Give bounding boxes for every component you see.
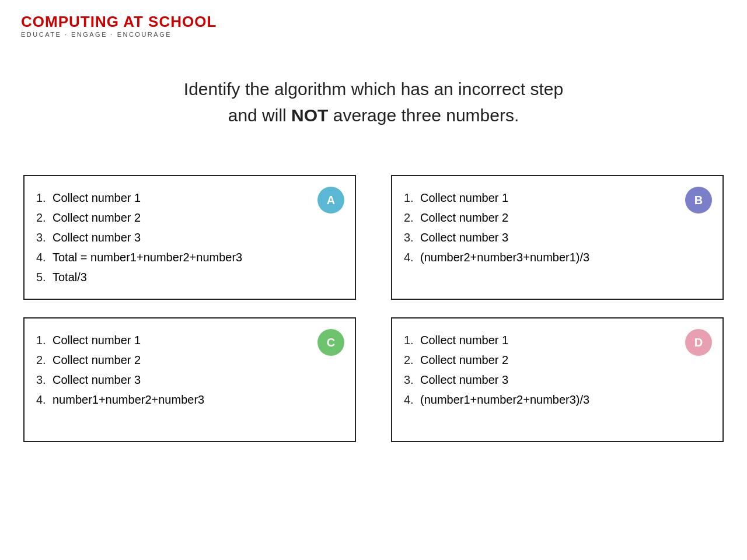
list-item: 3.Collect number 3	[404, 228, 711, 247]
option-box-d[interactable]: 1.Collect number 12.Collect number 23.Co…	[391, 317, 724, 442]
badge-b: B	[685, 187, 712, 214]
options-grid: 1.Collect number 12.Collect number 23.Co…	[23, 175, 724, 442]
option-list-b: 1.Collect number 12.Collect number 23.Co…	[404, 188, 711, 267]
list-item: 4.(number1+number2+number3)/3	[404, 390, 711, 410]
list-item: 3.Collect number 3	[36, 370, 343, 390]
step-text: Total = number1+number2+number3	[53, 247, 242, 267]
option-list-a: 1.Collect number 12.Collect number 23.Co…	[36, 188, 343, 287]
step-number: 2.	[404, 350, 420, 370]
step-number: 2.	[36, 350, 53, 370]
badge-c: C	[317, 329, 344, 356]
logo-at-school-word: AT SCHOOL	[123, 13, 217, 30]
step-text: (number2+number3+number1)/3	[420, 247, 589, 267]
list-item: 3.Collect number 3	[404, 370, 711, 390]
list-item: 2.Collect number 2	[404, 208, 711, 228]
option-list-c: 1.Collect number 12.Collect number 23.Co…	[36, 330, 343, 410]
logo-tagline: EDUCATE · ENGAGE · ENCOURAGE	[21, 31, 217, 38]
logo: COMPUTING AT SCHOOL EDUCATE · ENGAGE · E…	[21, 14, 217, 38]
list-item: 2.Collect number 2	[36, 208, 343, 228]
step-text: Collect number 3	[420, 370, 508, 390]
list-item: 2.Collect number 2	[36, 350, 343, 370]
option-box-b[interactable]: 1.Collect number 12.Collect number 23.Co…	[391, 175, 724, 300]
question-text: Identify the algorithm which has an inco…	[0, 76, 747, 128]
question-line2-bold: NOT	[291, 106, 328, 125]
step-number: 1.	[36, 188, 53, 208]
step-text: Total/3	[53, 267, 87, 287]
logo-computing-word: COMPUTING	[21, 13, 123, 30]
list-item: 1.Collect number 1	[36, 330, 343, 350]
list-item: 4.(number2+number3+number1)/3	[404, 247, 711, 267]
step-text: number1+number2+number3	[53, 390, 204, 410]
list-item: 4.Total = number1+number2+number3	[36, 247, 343, 267]
step-number: 1.	[404, 330, 420, 350]
step-number: 1.	[404, 188, 420, 208]
step-number: 4.	[36, 247, 53, 267]
step-number: 3.	[36, 228, 53, 247]
step-number: 2.	[404, 208, 420, 228]
step-text: Collect number 2	[53, 350, 141, 370]
step-text: (number1+number2+number3)/3	[420, 390, 589, 410]
badge-d: D	[685, 329, 712, 356]
step-number: 3.	[36, 370, 53, 390]
list-item: 1.Collect number 1	[404, 188, 711, 208]
step-number: 2.	[36, 208, 53, 228]
step-text: Collect number 2	[420, 350, 508, 370]
list-item: 4.number1+number2+number3	[36, 390, 343, 410]
list-item: 3.Collect number 3	[36, 228, 343, 247]
list-item: 1.Collect number 1	[36, 188, 343, 208]
step-number: 3.	[404, 370, 420, 390]
option-list-d: 1.Collect number 12.Collect number 23.Co…	[404, 330, 711, 410]
step-text: Collect number 3	[53, 370, 141, 390]
question-area: Identify the algorithm which has an inco…	[0, 76, 747, 128]
step-number: 4.	[36, 390, 53, 410]
question-line1: Identify the algorithm which has an inco…	[184, 79, 563, 99]
step-text: Collect number 1	[420, 188, 508, 208]
option-box-a[interactable]: 1.Collect number 12.Collect number 23.Co…	[23, 175, 356, 300]
step-text: Collect number 1	[53, 188, 141, 208]
step-number: 4.	[404, 390, 420, 410]
step-text: Collect number 2	[53, 208, 141, 228]
option-box-c[interactable]: 1.Collect number 12.Collect number 23.Co…	[23, 317, 356, 442]
question-line2-suffix: average three numbers.	[328, 106, 519, 125]
step-text: Collect number 1	[53, 330, 141, 350]
step-number: 5.	[36, 267, 53, 287]
step-number: 4.	[404, 247, 420, 267]
step-text: Collect number 2	[420, 208, 508, 228]
badge-a: A	[317, 187, 344, 214]
list-item: 5.Total/3	[36, 267, 343, 287]
step-text: Collect number 3	[53, 228, 141, 247]
question-line2-prefix: and will	[228, 106, 291, 125]
step-number: 3.	[404, 228, 420, 247]
step-text: Collect number 1	[420, 330, 508, 350]
list-item: 2.Collect number 2	[404, 350, 711, 370]
step-number: 1.	[36, 330, 53, 350]
list-item: 1.Collect number 1	[404, 330, 711, 350]
step-text: Collect number 3	[420, 228, 508, 247]
logo-text: COMPUTING AT SCHOOL	[21, 14, 217, 29]
